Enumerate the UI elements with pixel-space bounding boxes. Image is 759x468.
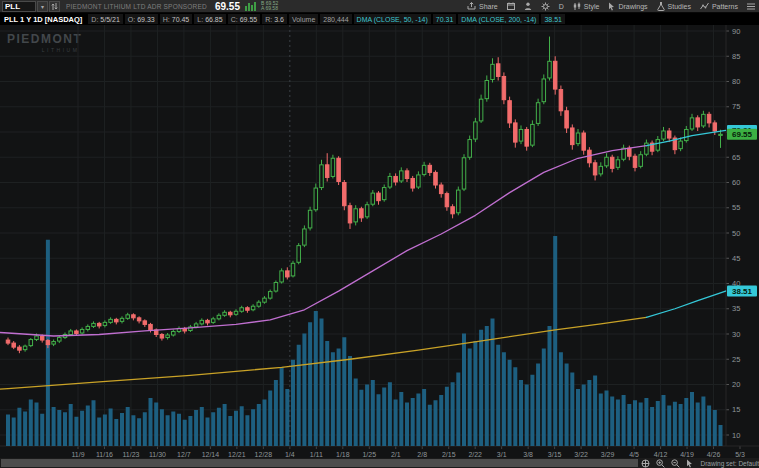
chart-info-bar: PLL 1 Y 1D [NASDAQ] D:5/5/21 O:69.33 H:7… xyxy=(0,13,759,25)
ask-value: A 69.58 xyxy=(261,6,278,11)
scrollbar-thumb[interactable] xyxy=(1,459,638,467)
drawings-button[interactable]: Drawings xyxy=(608,2,647,11)
account-button[interactable] xyxy=(524,2,532,10)
svg-text:1/11: 1/11 xyxy=(310,451,323,458)
svg-text:80: 80 xyxy=(732,77,740,86)
svg-text:2/8: 2/8 xyxy=(417,451,427,458)
svg-text:4/19: 4/19 xyxy=(680,451,694,458)
svg-text:4/12: 4/12 xyxy=(654,451,668,458)
svg-text:55: 55 xyxy=(732,203,740,212)
share-icon xyxy=(467,2,476,10)
style-button[interactable]: Style xyxy=(573,2,600,11)
svg-text:3/29: 3/29 xyxy=(601,451,615,458)
svg-text:11/9: 11/9 xyxy=(71,451,84,458)
svg-text:1/18: 1/18 xyxy=(336,451,350,458)
svg-text:2/1: 2/1 xyxy=(391,451,401,458)
svg-text:11/30: 11/30 xyxy=(149,451,166,458)
toolbar-right: Share D xyxy=(467,2,759,11)
chart-application-window: ▾ PIEDMONT LITHIUM LTD ADR SPONSORED 69.… xyxy=(0,0,759,468)
mini-chart-icon xyxy=(245,2,256,11)
svg-text:60: 60 xyxy=(732,178,740,187)
menu-button[interactable] xyxy=(747,3,755,10)
svg-text:75: 75 xyxy=(732,102,740,111)
hamburger-icon xyxy=(747,3,755,10)
zoom-out-icon[interactable] xyxy=(671,459,680,468)
bid-ask-quote: B 69.52 A 69.58 xyxy=(261,1,278,11)
svg-text:38.51: 38.51 xyxy=(732,287,753,296)
calendar-button[interactable] xyxy=(507,2,515,10)
symbol-swap-icon[interactable] xyxy=(49,1,60,12)
svg-text:2/15: 2/15 xyxy=(442,451,456,458)
date-cell: D:5/5/21 xyxy=(88,14,122,24)
header-last-price: 69.55 xyxy=(215,1,240,12)
dma50-study-value: 70.31 xyxy=(433,14,457,24)
pointer-tool-icon[interactable] xyxy=(686,459,693,468)
last-price-badge: 69.55 xyxy=(727,129,757,140)
share-button[interactable]: Share xyxy=(467,2,498,10)
svg-text:12/28: 12/28 xyxy=(255,451,273,458)
dma50-study-label[interactable]: DMA (CLOSE, 50, -14) xyxy=(354,14,431,24)
svg-text:35: 35 xyxy=(732,304,740,313)
dma200-axis-badge: 38.51 xyxy=(727,286,757,297)
zoom-in-icon[interactable] xyxy=(656,459,665,468)
svg-text:12/21: 12/21 xyxy=(228,451,246,458)
svg-text:3/15: 3/15 xyxy=(548,451,562,458)
low-cell: L:66.85 xyxy=(194,14,225,24)
chart-title[interactable]: PLL 1 Y 1D [NASDAQ] xyxy=(0,15,86,24)
svg-text:12/7: 12/7 xyxy=(177,451,191,458)
svg-text:25: 25 xyxy=(732,355,740,364)
studies-button[interactable]: Studies xyxy=(657,2,691,11)
symbol-box: ▾ xyxy=(2,1,60,12)
patterns-button[interactable]: Patterns xyxy=(700,2,738,10)
cursor-icon xyxy=(608,2,615,11)
range-cell: R:3.6 xyxy=(262,14,287,24)
svg-text:20: 20 xyxy=(732,380,740,389)
symbol-dropdown-button[interactable]: ▾ xyxy=(37,1,48,12)
open-cell: O:69.33 xyxy=(125,14,158,24)
calendar-icon xyxy=(507,2,515,10)
svg-text:10: 10 xyxy=(732,431,740,440)
reset-view-icon[interactable] xyxy=(641,459,650,468)
svg-text:3/22: 3/22 xyxy=(574,451,588,458)
svg-text:1/4: 1/4 xyxy=(285,451,295,458)
svg-text:4/26: 4/26 xyxy=(707,451,721,458)
svg-text:85: 85 xyxy=(732,52,740,61)
company-name: PIEDMONT LITHIUM LTD ADR SPONSORED xyxy=(66,3,207,10)
svg-text:2/22: 2/22 xyxy=(468,451,482,458)
svg-text:4/5: 4/5 xyxy=(629,451,639,458)
svg-text:90: 90 xyxy=(732,27,740,36)
svg-text:12/14: 12/14 xyxy=(202,451,220,458)
time-scrollbar[interactable] xyxy=(1,459,606,467)
volume-label-cell[interactable]: Volume xyxy=(289,14,318,24)
symbol-input[interactable] xyxy=(2,1,36,12)
svg-text:3/8: 3/8 xyxy=(523,451,533,458)
svg-text:65: 65 xyxy=(732,153,740,162)
settings-button[interactable] xyxy=(541,2,550,11)
svg-text:3/1: 3/1 xyxy=(497,451,507,458)
dma200-study-label[interactable]: DMA (CLOSE, 200, -14) xyxy=(458,14,539,24)
drawing-set-label[interactable]: Drawing set: Default xyxy=(700,460,759,467)
high-cell: H:70.45 xyxy=(160,14,193,24)
svg-text:69.55: 69.55 xyxy=(732,130,753,139)
candlestick-chart[interactable]: 908580757065605550454035302520151011/911… xyxy=(0,25,759,458)
svg-text:15: 15 xyxy=(732,405,740,414)
bottom-toolbar: ◂ ▸ Drawing set: Default xyxy=(0,458,759,468)
svg-text:11/16: 11/16 xyxy=(96,451,113,458)
close-cell: C:69.55 xyxy=(228,14,261,24)
top-toolbar: ▾ PIEDMONT LITHIUM LTD ADR SPONSORED 69.… xyxy=(0,0,759,13)
svg-text:30: 30 xyxy=(732,330,740,339)
svg-text:1/25: 1/25 xyxy=(362,451,376,458)
patterns-icon xyxy=(700,2,709,10)
chart-style-icon xyxy=(573,2,581,11)
gear-icon xyxy=(541,2,550,11)
svg-text:5/3: 5/3 xyxy=(735,451,745,458)
dma200-study-value: 38.51 xyxy=(541,14,565,24)
svg-text:45: 45 xyxy=(732,254,740,263)
flask-icon xyxy=(657,2,665,11)
aggregation-button[interactable]: D xyxy=(559,3,564,10)
chart-area[interactable]: PIEDMONT LITHIUM 90858075706560555045403… xyxy=(0,25,759,458)
volume-value-cell: 280,444 xyxy=(320,14,351,24)
person-icon xyxy=(524,2,532,10)
svg-text:50: 50 xyxy=(732,229,740,238)
svg-text:11/23: 11/23 xyxy=(122,451,139,458)
